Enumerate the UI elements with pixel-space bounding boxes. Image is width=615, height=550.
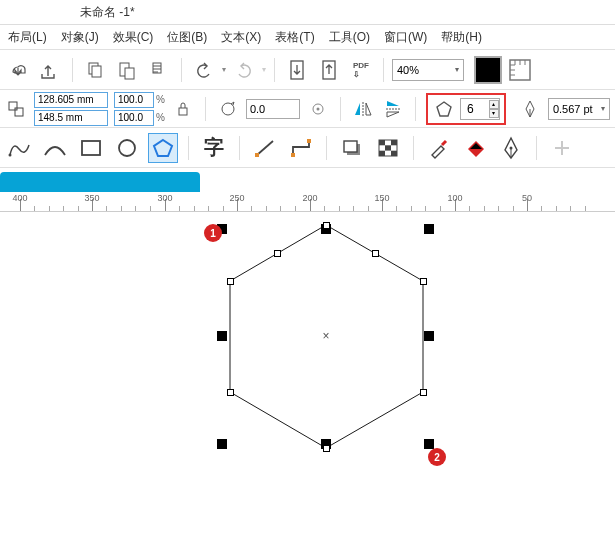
separator: [415, 97, 416, 121]
import-icon[interactable]: [283, 56, 311, 84]
stroke-width-input[interactable]: 0.567 pt▾: [548, 98, 610, 120]
separator: [340, 97, 341, 121]
menu-layout[interactable]: 布局(L): [8, 29, 47, 46]
fill-color-swatch[interactable]: [474, 56, 502, 84]
selection-handle-w[interactable]: [217, 331, 227, 341]
menu-effects[interactable]: 效果(C): [113, 29, 154, 46]
rotation-input[interactable]: 0.0: [246, 99, 300, 119]
drawing-canvas[interactable]: × 1 2: [0, 212, 615, 550]
copy-icon[interactable]: [81, 56, 109, 84]
redo-dropdown-icon[interactable]: ▾: [262, 65, 266, 74]
menu-bar: 布局(L) 对象(J) 效果(C) 位图(B) 文本(X) 表格(T) 工具(O…: [0, 25, 615, 50]
svg-marker-16: [437, 102, 451, 116]
outline-pen-icon[interactable]: [518, 97, 542, 121]
fill-tool-icon[interactable]: [460, 133, 490, 163]
separator: [72, 58, 73, 82]
svg-point-35: [510, 146, 513, 149]
separator: [239, 136, 240, 160]
annotation-badge-2: 2: [428, 448, 446, 466]
undo-icon[interactable]: [190, 56, 218, 84]
ruler-settings-icon[interactable]: [506, 56, 534, 84]
text-tool-icon[interactable]: 字: [199, 133, 229, 163]
zoom-value: 40%: [397, 64, 419, 76]
zoom-input[interactable]: 40%▾: [392, 59, 464, 81]
svg-point-18: [9, 153, 12, 156]
eyedropper-tool-icon[interactable]: [424, 133, 454, 163]
chevron-down-icon: ▾: [455, 65, 459, 74]
node-handle[interactable]: [323, 445, 330, 452]
node-handle[interactable]: [323, 222, 330, 229]
shapes-toolbar: 字: [0, 128, 615, 168]
rotation-center-icon[interactable]: [306, 97, 330, 121]
svg-rect-8: [9, 102, 17, 110]
node-handle[interactable]: [420, 278, 427, 285]
drop-shadow-icon[interactable]: [337, 133, 367, 163]
selection-handle-e[interactable]: [424, 331, 434, 341]
transparency-tool-icon[interactable]: [373, 133, 403, 163]
y-coordinate-input[interactable]: 148.5 mm: [34, 110, 108, 126]
menu-tools[interactable]: 工具(O): [329, 29, 370, 46]
cloud-upload-icon[interactable]: [36, 56, 64, 84]
line-tool-icon[interactable]: [250, 133, 280, 163]
cloud-download-icon[interactable]: [4, 56, 32, 84]
menu-text[interactable]: 文本(X): [221, 29, 261, 46]
paste-icon[interactable]: [113, 56, 141, 84]
mirror-horizontal-icon[interactable]: [351, 97, 375, 121]
svg-rect-32: [379, 150, 385, 155]
lock-aspect-icon[interactable]: [171, 97, 195, 121]
sides-spinner[interactable]: ▴▾: [489, 100, 499, 118]
node-handle[interactable]: [227, 278, 234, 285]
svg-rect-30: [391, 140, 397, 145]
menu-bitmap[interactable]: 位图(B): [167, 29, 207, 46]
svg-rect-31: [385, 145, 391, 150]
undo-dropdown-icon[interactable]: ▾: [222, 65, 226, 74]
node-handle[interactable]: [420, 389, 427, 396]
pdf-export-icon[interactable]: PDF⇩: [347, 56, 375, 84]
svg-rect-9: [15, 108, 23, 116]
svg-rect-33: [391, 150, 397, 155]
cut-icon[interactable]: [145, 56, 173, 84]
menu-table[interactable]: 表格(T): [275, 29, 314, 46]
menu-window[interactable]: 窗口(W): [384, 29, 427, 46]
selection-handle-ne[interactable]: [424, 224, 434, 234]
menu-help[interactable]: 帮助(H): [441, 29, 482, 46]
redo-icon[interactable]: [230, 56, 258, 84]
svg-line-22: [257, 141, 273, 155]
scale-x-input[interactable]: 100.0: [114, 92, 154, 108]
rectangle-tool-icon[interactable]: [76, 133, 106, 163]
percent-label: %: [154, 94, 165, 105]
scale-y-input[interactable]: 100.0: [114, 110, 154, 126]
export-icon[interactable]: [315, 56, 343, 84]
pen-tool-icon[interactable]: [496, 133, 526, 163]
polygon-sides-group: 6 ▴▾: [426, 93, 506, 125]
menu-object[interactable]: 对象(J): [61, 29, 99, 46]
separator: [383, 58, 384, 82]
annotation-badge-1: 1: [204, 224, 222, 242]
ellipse-tool-icon[interactable]: [112, 133, 142, 163]
selection-handle-sw[interactable]: [217, 439, 227, 449]
curve-tool-icon[interactable]: [40, 133, 70, 163]
mirror-vertical-icon[interactable]: [381, 97, 405, 121]
svg-marker-21: [154, 140, 172, 156]
document-tab[interactable]: [0, 172, 200, 192]
svg-rect-24: [291, 153, 295, 157]
sides-value: 6: [467, 102, 474, 116]
rotation-icon: [216, 97, 240, 121]
add-tool-icon[interactable]: [547, 133, 577, 163]
polygon-tool-icon[interactable]: [148, 133, 178, 163]
hexagon-shape[interactable]: [0, 212, 615, 550]
separator: [536, 136, 537, 160]
svg-point-11: [222, 103, 234, 115]
connector-tool-icon[interactable]: [286, 133, 316, 163]
edge-handle[interactable]: [274, 250, 281, 257]
node-handle[interactable]: [227, 389, 234, 396]
x-coordinate-input[interactable]: 128.605 mm: [34, 92, 108, 108]
selection-handle-se[interactable]: [424, 439, 434, 449]
stroke-value: 0.567 pt: [553, 103, 593, 115]
edge-handle[interactable]: [372, 250, 379, 257]
svg-rect-25: [307, 139, 311, 143]
polygon-sides-input[interactable]: 6 ▴▾: [460, 98, 500, 120]
separator: [274, 58, 275, 82]
svg-point-20: [119, 140, 135, 156]
freehand-tool-icon[interactable]: [4, 133, 34, 163]
